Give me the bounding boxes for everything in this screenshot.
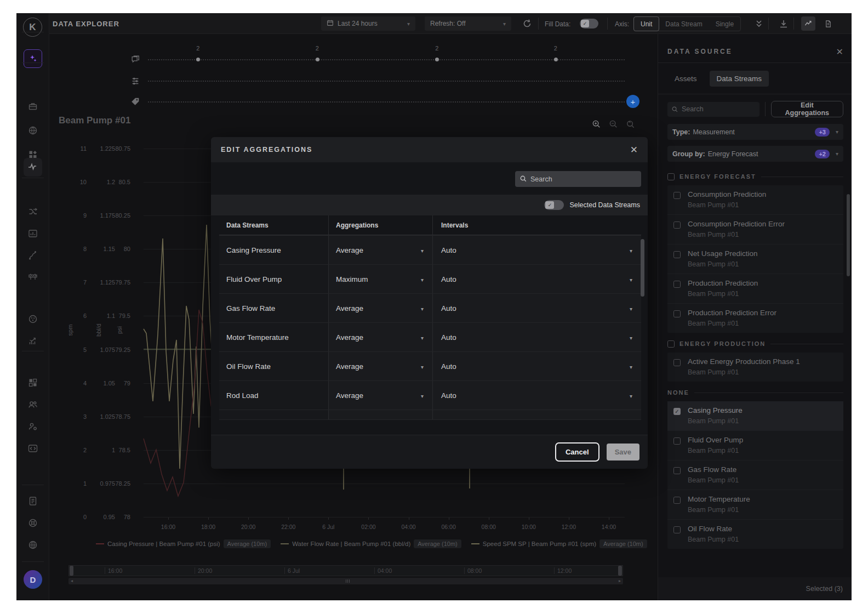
report-document-icon[interactable] xyxy=(821,16,835,31)
barrier-icon[interactable] xyxy=(27,271,38,282)
users-icon[interactable] xyxy=(27,399,38,410)
close-icon[interactable]: ✕ xyxy=(630,145,638,155)
comment-marker-dot[interactable] xyxy=(435,58,439,61)
zoom-in-icon[interactable] xyxy=(592,120,601,129)
events-track[interactable] xyxy=(148,81,625,82)
grid-icon[interactable] xyxy=(27,377,38,388)
data-stream-item[interactable]: Consumption Prediction ErrorBeam Pump #0… xyxy=(667,215,843,245)
search-input[interactable] xyxy=(667,102,760,117)
time-range-dropdown[interactable]: Last 24 hours ▾ xyxy=(321,16,415,31)
code-icon[interactable] xyxy=(27,443,38,454)
save-button[interactable]: Save xyxy=(607,444,639,461)
aggregation-select[interactable]: Average▾ xyxy=(329,381,433,410)
edit-aggregations-button[interactable]: Edit Aggregations xyxy=(771,101,843,117)
horizontal-scrollbar[interactable]: ◂ ▸ xyxy=(68,578,623,584)
interval-select[interactable]: Auto▾ xyxy=(433,352,641,380)
interval-select[interactable]: Auto▾ xyxy=(433,323,641,351)
panel-scrollbar[interactable] xyxy=(847,194,850,276)
data-stream-item[interactable]: Gas Flow RateBeam Pump #01 xyxy=(667,461,843,490)
data-stream-item[interactable]: Consumption PredictionBeam Pump #01 xyxy=(667,185,843,215)
checkbox[interactable] xyxy=(673,281,681,288)
interval-select[interactable]: Auto▾ xyxy=(433,294,641,322)
route-icon[interactable] xyxy=(27,250,38,261)
zoom-reset-icon[interactable] xyxy=(626,120,635,129)
zoom-out-icon[interactable] xyxy=(609,120,618,129)
aggregation-select[interactable]: Average▾ xyxy=(329,352,433,380)
checkbox[interactable] xyxy=(673,221,681,229)
comment-marker-dot[interactable] xyxy=(196,58,200,61)
help-wheel-icon[interactable] xyxy=(27,518,38,528)
tab-data-streams[interactable]: Data Streams xyxy=(710,71,769,87)
fill-data-toggle[interactable]: ✓ xyxy=(580,19,598,29)
section-checkbox[interactable] xyxy=(667,340,675,348)
data-stream-item[interactable]: Production PredictionBeam Pump #01 xyxy=(667,274,843,304)
aggregation-select[interactable]: Maximum▾ xyxy=(329,265,433,293)
user-avatar[interactable]: D xyxy=(24,570,42,589)
globe-icon[interactable] xyxy=(27,125,38,136)
refresh-icon[interactable] xyxy=(522,18,533,29)
data-stream-item[interactable]: Motor TemperatureBeam Pump #01 xyxy=(667,490,843,520)
section-checkbox[interactable] xyxy=(667,173,675,180)
bar-chart-icon[interactable] xyxy=(27,228,38,239)
document-icon[interactable] xyxy=(27,496,38,507)
checkbox-checked[interactable]: ✓ xyxy=(673,408,681,415)
time-range-selector[interactable]: 16:0020:006 Jul04:0008:0012:00 xyxy=(68,565,623,576)
cluster-icon[interactable] xyxy=(27,314,38,325)
chart-view-toggle-icon[interactable] xyxy=(801,16,815,31)
selected-streams-toggle[interactable]: ✓ xyxy=(544,200,564,210)
aggregation-select[interactable]: Average▾ xyxy=(329,323,433,351)
data-stream-item[interactable]: Active Energy Production Phase 1Beam Pum… xyxy=(667,353,843,382)
interval-select[interactable]: Auto▾ xyxy=(433,265,641,293)
axis-option-data-stream[interactable]: Data Stream xyxy=(659,17,709,31)
filter-dropdown[interactable]: Type:Measurement+3▾ xyxy=(667,124,843,140)
table-scrollbar[interactable] xyxy=(641,239,644,297)
legend-item[interactable]: Speed SPM SP | Beam Pump #01 (spm)Averag… xyxy=(471,539,647,548)
range-handle-right[interactable] xyxy=(618,566,622,576)
scrollbar-grip[interactable] xyxy=(346,579,350,583)
tags-track[interactable] xyxy=(148,101,625,103)
tags-track-icon[interactable] xyxy=(130,96,140,106)
checkbox[interactable] xyxy=(673,192,681,199)
data-stream-item[interactable]: Fluid Over PumpBeam Pump #01 xyxy=(667,431,843,461)
aggregation-select[interactable]: Average▾ xyxy=(329,236,433,264)
checkbox[interactable] xyxy=(673,310,681,317)
range-handle-left[interactable] xyxy=(70,566,73,576)
globe-alt-icon[interactable] xyxy=(27,539,38,550)
branch-icon[interactable] xyxy=(27,206,38,217)
refresh-dropdown[interactable]: Refresh: Off ▾ xyxy=(425,16,511,31)
comment-marker-dot[interactable] xyxy=(554,58,558,61)
legend-item[interactable]: Casing Pressure | Beam Pump #01 (psi)Ave… xyxy=(96,539,271,548)
checkbox[interactable] xyxy=(673,497,681,504)
comments-track[interactable] xyxy=(148,59,625,60)
data-stream-item[interactable]: Net Usage PredictionBeam Pump #01 xyxy=(667,245,843,274)
checkbox[interactable] xyxy=(673,437,681,445)
comments-track-icon[interactable] xyxy=(130,55,140,65)
download-icon[interactable] xyxy=(778,19,789,30)
events-track-icon[interactable] xyxy=(130,76,140,86)
app-logo[interactable]: K xyxy=(23,18,42,37)
legend-item[interactable]: Water Flow Rate | Beam Pump #01 (bbl/d)A… xyxy=(281,539,461,548)
scroll-right-icon[interactable]: ▸ xyxy=(616,578,623,584)
checkbox[interactable] xyxy=(673,359,681,366)
collapse-double-chevron-icon[interactable] xyxy=(753,19,764,30)
checkbox[interactable] xyxy=(673,526,681,533)
checkbox[interactable] xyxy=(673,251,681,258)
comment-marker-dot[interactable] xyxy=(316,58,319,61)
close-icon[interactable]: ✕ xyxy=(836,47,843,57)
interval-select[interactable]: Auto▾ xyxy=(433,236,641,264)
modal-search-input[interactable] xyxy=(515,171,641,187)
cancel-button[interactable]: Cancel xyxy=(555,442,599,462)
tab-assets[interactable]: Assets xyxy=(667,71,704,87)
scroll-left-icon[interactable]: ◂ xyxy=(68,578,75,584)
trend-chart-icon[interactable] xyxy=(27,336,38,346)
activity-icon[interactable] xyxy=(24,158,42,177)
data-stream-item[interactable]: Oil Flow RateBeam Pump #01 xyxy=(667,520,843,549)
user-settings-icon[interactable] xyxy=(27,421,38,432)
axis-option-unit[interactable]: Unit xyxy=(633,16,659,31)
axis-option-single[interactable]: Single xyxy=(709,17,740,31)
interval-select[interactable]: Auto▾ xyxy=(433,381,641,410)
briefcase-icon[interactable] xyxy=(27,101,38,112)
aggregation-select[interactable]: Average▾ xyxy=(329,294,433,322)
data-stream-item[interactable]: Production Prediction ErrorBeam Pump #01 xyxy=(667,304,843,333)
filter-dropdown[interactable]: Group by:Energy Forecast+2▾ xyxy=(667,146,843,162)
